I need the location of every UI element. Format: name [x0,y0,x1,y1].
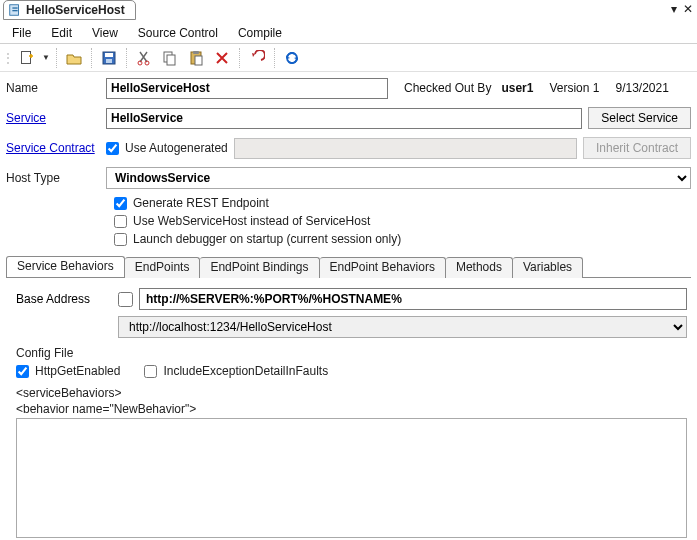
document-tab-strip: HelloServiceHost ▾ ✕ [0,0,697,22]
new-button[interactable] [16,47,38,69]
behavior-textarea[interactable] [16,418,687,538]
resolved-address-select[interactable]: http://localhost:1234/HelloServiceHost [118,316,687,338]
use-webservicehost-row: Use WebServiceHost instead of ServiceHos… [106,214,691,228]
autogenerated-row: Use Autogenerated [106,141,228,155]
menu-bar: File Edit View Source Control Compile [0,22,697,44]
base-address-label: Base Address [16,292,112,306]
launch-debugger-checkbox[interactable] [114,233,127,246]
launch-debugger-label: Launch debugger on startup (current sess… [133,232,401,246]
checked-out-by-label: Checked Out By [404,81,491,95]
svg-rect-2 [12,10,17,11]
include-exception-checkbox[interactable] [144,365,157,378]
service-contract-link[interactable]: Service Contract [6,141,95,155]
tab-methods[interactable]: Methods [446,257,513,278]
include-exception-row: IncludeExceptionDetailInFaults [144,364,328,378]
open-button[interactable] [63,47,85,69]
use-autogenerated-label: Use Autogenerated [125,141,228,155]
tab-endpoint-behaviors[interactable]: EndPoint Behaviors [320,257,446,278]
service-contract-disabled-field [234,138,577,159]
tab-variables[interactable]: Variables [513,257,583,278]
service-link[interactable]: Service [6,111,46,125]
host-type-select[interactable]: WindowsService [106,167,691,189]
svg-rect-3 [22,51,31,63]
delete-button[interactable] [211,47,233,69]
copy-button[interactable] [159,47,181,69]
httpget-enabled-label: HttpGetEnabled [35,364,120,378]
base-address-checkbox[interactable] [118,292,133,307]
tab-endpoint-bindings[interactable]: EndPoint Bindings [200,257,319,278]
svg-rect-6 [106,59,112,63]
select-service-button[interactable]: Select Service [588,107,691,129]
document-tab[interactable]: HelloServiceHost [3,0,136,20]
document-tab-title: HelloServiceHost [26,3,125,17]
use-autogenerated-checkbox[interactable] [106,142,119,155]
checked-out-by-user: user1 [501,81,533,95]
tab-close-icon[interactable]: ✕ [683,2,693,16]
refresh-button[interactable] [281,47,303,69]
inherit-contract-button: Inherit Contract [583,137,691,159]
launch-debugger-row: Launch debugger on startup (current sess… [106,232,691,246]
toolbar: ⋮ ▼ [0,44,697,72]
toolbar-grip-icon: ⋮ [2,51,12,65]
include-exception-label: IncludeExceptionDetailInFaults [163,364,328,378]
version-label: Version 1 [549,81,599,95]
menu-file[interactable]: File [12,26,31,40]
use-webservicehost-label: Use WebServiceHost instead of ServiceHos… [133,214,370,228]
menu-view[interactable]: View [92,26,118,40]
undo-button[interactable] [246,47,268,69]
paste-button[interactable] [185,47,207,69]
tab-endpoints[interactable]: EndPoints [125,257,201,278]
config-file-label: Config File [16,346,687,360]
svg-rect-12 [193,51,199,54]
generate-rest-checkbox[interactable] [114,197,127,210]
service-input[interactable] [106,108,582,129]
xml-line-1: <serviceBehaviors> [16,386,687,400]
menu-edit[interactable]: Edit [51,26,72,40]
menu-source-control[interactable]: Source Control [138,26,218,40]
host-type-label: Host Type [6,171,106,185]
name-input[interactable] [106,78,388,99]
generate-rest-row: Generate REST Endpoint [106,196,691,210]
tab-service-behaviors[interactable]: Service Behaviors [6,256,125,277]
menu-compile[interactable]: Compile [238,26,282,40]
httpget-enabled-checkbox[interactable] [16,365,29,378]
svg-rect-13 [195,56,202,65]
service-behaviors-panel: Base Address http://localhost:1234/Hello… [6,278,691,540]
save-button[interactable] [98,47,120,69]
cut-button[interactable] [133,47,155,69]
svg-rect-10 [167,55,175,65]
lower-tabs: Service Behaviors EndPoints EndPoint Bin… [6,256,691,278]
name-label: Name [6,81,106,95]
document-icon [8,3,22,17]
svg-rect-5 [105,53,113,57]
httpget-row: HttpGetEnabled [16,364,120,378]
xml-line-2: <behavior name="NewBehavior"> [16,402,687,416]
generate-rest-label: Generate REST Endpoint [133,196,269,210]
base-address-input[interactable] [139,288,687,310]
dropdown-arrow-icon[interactable]: ▼ [42,53,50,62]
tab-dropdown-icon[interactable]: ▾ [671,2,677,16]
date-label: 9/13/2021 [615,81,668,95]
svg-rect-1 [12,7,17,8]
use-webservicehost-checkbox[interactable] [114,215,127,228]
